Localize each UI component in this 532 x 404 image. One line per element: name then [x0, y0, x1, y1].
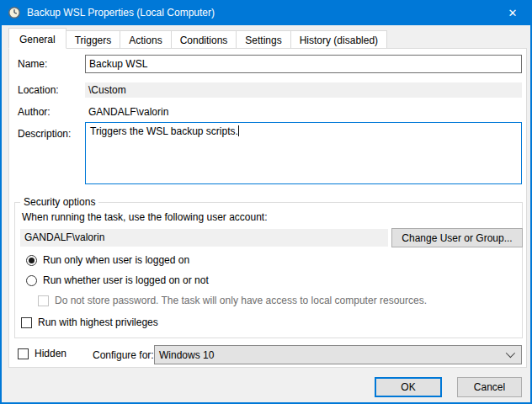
account-prompt: When running the task, use the following… [22, 211, 268, 223]
radio-run-logged-on[interactable]: Run only when user is logged on [26, 254, 189, 266]
title-bar: Backup WSL Properties (Local Computer) ✕ [0, 0, 532, 25]
change-user-button[interactable]: Change User or Group... [391, 228, 523, 247]
tab-settings[interactable]: Settings [236, 30, 290, 48]
description-textbox[interactable]: Triggers the WSL backup scripts. [85, 122, 522, 184]
configure-for-value: Windows 10 [159, 349, 214, 361]
author-label: Author: [18, 106, 51, 118]
location-value: \Custom [85, 82, 522, 98]
chevron-down-icon [506, 348, 515, 358]
task-scheduler-clock-icon [8, 6, 21, 19]
radio-run-whether[interactable]: Run whether user is logged on or not [26, 274, 209, 286]
radio-run-whether-label: Run whether user is logged on or not [43, 274, 209, 286]
tab-strip: General Triggers Actions Conditions Sett… [8, 28, 386, 48]
location-label: Location: [18, 84, 59, 96]
checkbox-highest-privileges-label: Run with highest privileges [38, 316, 158, 328]
checkbox-highest-privileges[interactable]: Run with highest privileges [21, 316, 158, 328]
user-account-field: GANDALF\valorin [20, 229, 388, 247]
text-caret [238, 125, 239, 136]
checkbox-hidden[interactable]: Hidden [18, 348, 66, 359]
tab-actions[interactable]: Actions [120, 30, 171, 48]
close-button[interactable]: ✕ [493, 0, 532, 25]
tab-general[interactable]: General [8, 28, 66, 49]
description-text: Triggers the WSL backup scripts. [90, 125, 238, 137]
name-label: Name: [18, 58, 47, 70]
ok-button[interactable]: OK [375, 377, 442, 397]
radio-run-logged-on-label: Run only when user is logged on [43, 254, 189, 266]
general-tab-page: Name: Location: \Custom Author: GANDALF\… [8, 48, 527, 368]
dialog-window: Backup WSL Properties (Local Computer) ✕… [0, 0, 532, 404]
checkbox-disabled-icon [38, 295, 49, 306]
checkbox-unchecked-icon[interactable] [21, 317, 32, 328]
configure-for-dropdown[interactable]: Windows 10 [154, 345, 522, 364]
checkbox-no-password-label: Do not store password. The task will onl… [55, 295, 427, 306]
checkbox-hidden-label: Hidden [35, 348, 66, 359]
security-options-label: Security options [20, 196, 98, 208]
tab-triggers[interactable]: Triggers [66, 30, 121, 48]
radio-selected-icon[interactable] [26, 255, 37, 266]
security-options-group: Security options When running the task, … [14, 202, 523, 338]
checkbox-no-password: Do not store password. The task will onl… [38, 295, 427, 306]
checkbox-hidden-icon[interactable] [18, 348, 29, 359]
author-value: GANDALF\valorin [88, 106, 168, 118]
window-title: Backup WSL Properties (Local Computer) [27, 7, 215, 19]
tab-conditions[interactable]: Conditions [171, 30, 237, 48]
description-label: Description: [18, 128, 71, 140]
cancel-button[interactable]: Cancel [457, 377, 522, 397]
name-input[interactable] [85, 55, 522, 73]
radio-unselected-icon[interactable] [26, 275, 37, 286]
tab-history[interactable]: History (disabled) [290, 30, 387, 48]
configure-for-label: Configure for: [93, 349, 154, 361]
